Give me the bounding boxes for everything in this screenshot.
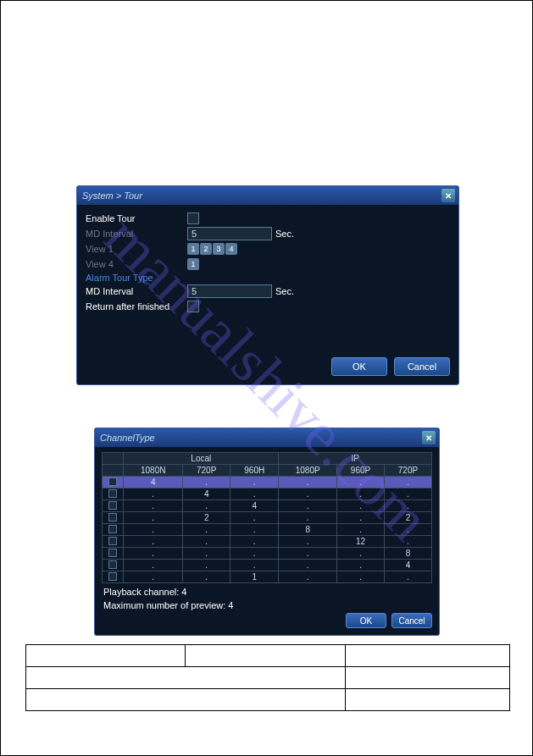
close-button-channel[interactable]: ✕: [422, 431, 436, 444]
col-1080n: 1080N: [124, 465, 183, 477]
cell: .: [183, 548, 230, 560]
view1-opt-2[interactable]: 2: [200, 243, 212, 255]
cell: [26, 689, 346, 711]
row-checkbox[interactable]: [108, 549, 117, 557]
cell: .: [385, 571, 432, 583]
cell: .: [337, 571, 385, 583]
label-md-interval-2: MD Interval: [86, 286, 187, 296]
cell: [345, 645, 509, 667]
row-checkbox[interactable]: [108, 513, 117, 521]
cell: .: [230, 548, 279, 560]
table-row[interactable]: .....8: [103, 548, 432, 560]
table-row[interactable]: 4 . . . . .: [103, 477, 432, 488]
section-alarm-tour-type: Alarm Tour Type: [86, 273, 450, 283]
view1-opt-4[interactable]: 4: [225, 243, 237, 255]
row-checkbox[interactable]: [108, 489, 117, 498]
cell: .: [385, 524, 432, 536]
cell: .: [230, 536, 279, 548]
cancel-button-tour[interactable]: Cancel: [394, 357, 450, 376]
cell: .: [385, 477, 432, 488]
row-checkbox[interactable]: [108, 477, 117, 486]
cell: .: [230, 524, 279, 536]
cell: [345, 689, 509, 711]
table-row[interactable]: .4....: [103, 488, 432, 500]
button-bar-channel: OK Cancel: [339, 610, 439, 635]
cell: .: [337, 512, 385, 524]
bottom-empty-table: [25, 644, 510, 711]
cell: .: [279, 512, 337, 524]
col-960p: 960P: [337, 465, 385, 477]
cell: .: [337, 524, 385, 536]
input-md-interval-1[interactable]: [187, 227, 272, 240]
cell: .: [124, 548, 183, 560]
cell: .: [183, 536, 230, 548]
row-checkbox[interactable]: [108, 560, 117, 569]
cell: 1: [230, 571, 279, 583]
input-md-interval-2[interactable]: [187, 284, 272, 298]
cell: 4: [183, 488, 230, 500]
cell: 4: [230, 500, 279, 512]
label-view-1: View 1: [86, 244, 187, 254]
cell: 8: [279, 524, 337, 536]
cell: .: [385, 488, 432, 500]
row-checkbox[interactable]: [108, 525, 117, 533]
table-row[interactable]: .....4: [103, 560, 432, 571]
cell: .: [124, 500, 183, 512]
unit-sec-1: Sec.: [275, 229, 294, 239]
checkbox-enable-tour[interactable]: [187, 212, 199, 224]
group-ip: IP: [279, 453, 432, 465]
body-tour: Enable Tour MD Interval Sec. View 1 1 2 …: [77, 205, 458, 320]
cell: .: [124, 524, 183, 536]
ok-button-tour[interactable]: OK: [331, 357, 387, 376]
cell: [26, 645, 186, 667]
channel-table: Local IP 1080N 720P 960H 1080P 960P 720P…: [102, 452, 432, 583]
label-view-4: View 4: [86, 259, 187, 269]
cell: .: [385, 500, 432, 512]
cell: .: [279, 560, 337, 571]
close-icon-2: ✕: [425, 433, 432, 443]
cell: .: [230, 560, 279, 571]
table-row[interactable]: ...8..: [103, 524, 432, 536]
table-row[interactable]: ..1...: [103, 571, 432, 583]
cancel-button-channel[interactable]: Cancel: [391, 613, 432, 628]
cell: .: [183, 477, 230, 488]
cell: 4: [385, 560, 432, 571]
row-checkbox[interactable]: [108, 537, 117, 545]
cell: .: [183, 571, 230, 583]
cell: [186, 645, 345, 667]
cell: .: [124, 536, 183, 548]
cell: 2: [183, 512, 230, 524]
cell: .: [124, 560, 183, 571]
view1-opt-3[interactable]: 3: [213, 243, 225, 255]
cell: .: [279, 488, 337, 500]
table-row[interactable]: .2...2: [103, 512, 432, 524]
row-checkbox[interactable]: [108, 572, 117, 581]
cell: 2: [385, 512, 432, 524]
cell: .: [337, 560, 385, 571]
view1-opt-1[interactable]: 1: [187, 243, 199, 255]
group-local: Local: [124, 453, 279, 465]
playback-channel-text: Playback channel: 4: [103, 587, 432, 597]
cell: .: [279, 548, 337, 560]
cell: .: [279, 500, 337, 512]
title-tour: System > Tour: [82, 190, 142, 201]
dialog-system-tour: System > Tour ✕ Enable Tour MD Interval …: [76, 185, 459, 385]
cell: .: [385, 536, 432, 548]
button-bar-tour: OK Cancel: [323, 352, 458, 384]
unit-sec-2: Sec.: [275, 286, 294, 296]
cell: .: [183, 524, 230, 536]
col-720p-ip: 720P: [385, 465, 432, 477]
view4-opt-1[interactable]: 1: [187, 258, 199, 270]
cell: .: [183, 560, 230, 571]
cell: .: [124, 488, 183, 500]
title-channel: ChannelType: [100, 433, 155, 443]
cell: [345, 667, 509, 689]
checkbox-return-after[interactable]: [187, 301, 199, 312]
close-button-tour[interactable]: ✕: [441, 189, 455, 202]
table-row[interactable]: ..4...: [103, 500, 432, 512]
ok-button-channel[interactable]: OK: [346, 613, 386, 628]
cell: .: [337, 488, 385, 500]
table-row[interactable]: ....12.: [103, 536, 432, 548]
col-720p-local: 720P: [183, 465, 230, 477]
row-checkbox[interactable]: [108, 501, 117, 510]
